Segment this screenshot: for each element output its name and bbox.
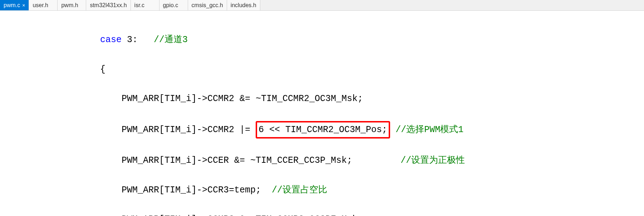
code-comment: //通道3 — [154, 35, 188, 45]
code-line: { — [0, 62, 644, 77]
code-text: 3 — [122, 35, 132, 45]
tab-stm32l431xx-h[interactable]: stm32l431xx.h — [86, 0, 131, 10]
tab-label: pwm.c — [4, 2, 20, 9]
code-text: PWM_ARR[TIM_i]->CCR3=temp; — [122, 185, 272, 195]
code-line: PWM_ARR[TIM_i]->CCER &= ~TIM_CCER_CC3P_M… — [0, 153, 644, 168]
code-text: PWM_ARR[TIM_i]->CCMR2 &= ~TIM_CCMR2_OC3M… — [122, 94, 363, 104]
code-text: PWM_ARR[TIM_i]->CCER &= ~TIM_CCER_CC3P_M… — [122, 155, 400, 166]
tab-label: includes.h — [231, 2, 256, 9]
tab-label: user.h — [33, 2, 48, 9]
tab-label: isr.c — [134, 2, 144, 9]
code-text: : — [132, 35, 154, 45]
code-comment: //设置为正极性 — [400, 155, 465, 166]
close-icon[interactable]: × — [22, 2, 25, 8]
tab-includes-h[interactable]: includes.h — [227, 0, 260, 10]
code-line: PWM_ARR[TIM_i]->CCMR2 &=~TIM_CCMR2_OC3PE… — [0, 212, 644, 216]
tab-label: stm32l431xx.h — [90, 2, 127, 9]
code-line: PWM_ARR[TIM_i]->CCMR2 &= ~TIM_CCMR2_OC3M… — [0, 91, 644, 106]
code-comment: //选择PWM模式1 — [390, 125, 463, 135]
code-line: PWM_ARR[TIM_i]->CCMR2 |= 6 << TIM_CCMR2_… — [0, 121, 644, 139]
tab-gpio-c[interactable]: gpio.c — [159, 0, 188, 10]
code-text: PWM_ARR[TIM_i]->CCMR2 |= — [122, 125, 256, 135]
code-text: PWM_ARR[TIM_i]->CCMR2 &=~TIM_CCMR2_OC3PE… — [122, 214, 363, 216]
code-text: { — [100, 64, 105, 75]
tab-label: pwm.h — [61, 2, 78, 9]
tab-label: cmsis_gcc.h — [192, 2, 223, 9]
highlighted-code: 6 << TIM_CCMR2_OC3M_Pos; — [256, 121, 390, 139]
tab-user-h[interactable]: user.h — [29, 0, 58, 10]
keyword-case: case — [100, 35, 122, 45]
tab-label: gpio.c — [163, 2, 178, 9]
code-line: case 3: //通道3 — [0, 32, 644, 47]
tab-isr-c[interactable]: isr.c — [131, 0, 159, 10]
code-text: 6 << TIM_CCMR2_OC3M_Pos; — [259, 125, 387, 135]
tab-cmsis-gcc-h[interactable]: cmsis_gcc.h — [188, 0, 227, 10]
tab-bar: pwm.c × user.h pwm.h stm32l431xx.h isr.c… — [0, 0, 644, 11]
code-editor[interactable]: case 3: //通道3 { PWM_ARR[TIM_i]->CCMR2 &=… — [0, 11, 644, 216]
tab-pwm-h[interactable]: pwm.h — [58, 0, 86, 10]
tab-pwm-c[interactable]: pwm.c × — [0, 0, 29, 10]
code-line: PWM_ARR[TIM_i]->CCR3=temp; //设置占空比 — [0, 183, 644, 197]
code-comment: //设置占空比 — [272, 185, 327, 195]
